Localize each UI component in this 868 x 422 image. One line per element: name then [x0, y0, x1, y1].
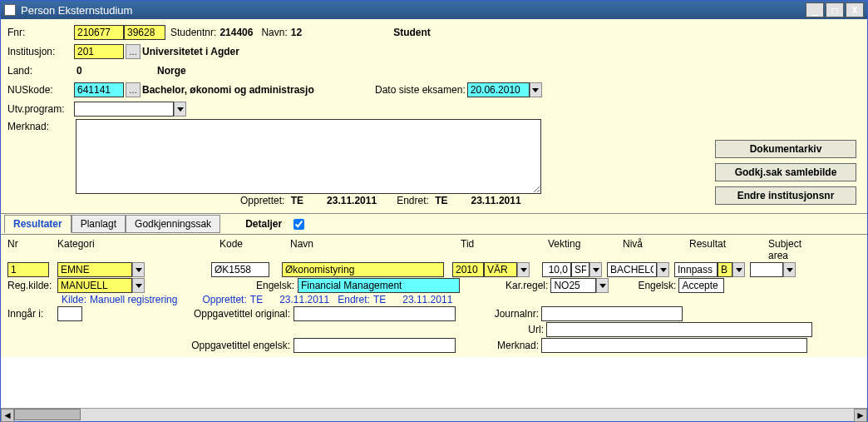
res-dropdown-button[interactable] [732, 262, 745, 277]
karregel-field[interactable] [550, 278, 596, 293]
url-label: Url: [494, 324, 544, 335]
scroll-track[interactable] [14, 409, 854, 421]
chevron-down-icon [136, 284, 142, 288]
res2-field[interactable] [718, 262, 732, 277]
detaljer-checkbox[interactable] [293, 219, 304, 230]
engelsk2-label: Engelsk: [638, 280, 676, 291]
land-kode: 0 [74, 65, 157, 77]
vekt-enhet-field[interactable] [571, 262, 589, 277]
kode-field[interactable] [211, 262, 269, 277]
karregel-label: Kar.regel: [506, 280, 548, 291]
inngar-field[interactable] [57, 306, 82, 321]
nuskode-field[interactable] [74, 82, 124, 97]
merknad2-label: Merknad: [489, 340, 539, 351]
navn-id: 12 [291, 27, 302, 38]
row-opprettet-label: Opprettet: [202, 294, 246, 305]
vekt-field[interactable] [542, 262, 571, 277]
journalnr-field[interactable] [541, 306, 683, 321]
navn-label: Navn: [261, 27, 287, 38]
window-title: Person Eksternstudium [21, 4, 804, 17]
hdr-tid: Tid [461, 238, 548, 261]
merknad-label: Merknad: [7, 119, 74, 132]
chevron-down-icon [787, 268, 793, 272]
dato-siste-label: Dato siste eksamen: [375, 84, 466, 96]
scroll-left-button[interactable]: ◄ [1, 409, 14, 422]
land-name: Norge [157, 65, 186, 77]
maximize-button[interactable]: □ [826, 2, 844, 17]
dato-siste-field[interactable] [467, 82, 530, 97]
hdr-nr: Nr [7, 238, 57, 261]
utvprogram-field[interactable] [74, 102, 174, 117]
merknad2-field[interactable] [541, 338, 807, 353]
regkilde-field[interactable] [57, 278, 132, 293]
navn-field[interactable] [282, 262, 444, 277]
inngar-label: Inngår i: [7, 308, 57, 320]
karregel-dropdown-button[interactable] [596, 278, 609, 293]
minimize-button[interactable]: _ [806, 2, 824, 17]
chevron-down-icon [736, 268, 742, 272]
chevron-down-icon [599, 284, 606, 288]
nuskode-lookup-button[interactable]: … [126, 82, 141, 97]
dokumentarkiv-button[interactable]: Dokumentarkiv [715, 140, 856, 158]
url-field[interactable] [546, 322, 812, 337]
institusjon-field[interactable] [74, 44, 124, 59]
subject-field[interactable] [750, 262, 783, 277]
tab-resultater[interactable]: Resultater [4, 215, 72, 233]
chevron-down-icon [177, 107, 184, 112]
journalnr-label: Journalnr: [489, 308, 539, 320]
chevron-down-icon [660, 268, 667, 272]
oppg-engelsk-field[interactable] [293, 338, 456, 353]
opprettet-date: 23.11.2011 [327, 195, 377, 206]
app-icon [4, 4, 16, 16]
nr-field[interactable] [7, 262, 49, 277]
fnr-field-1[interactable] [74, 25, 124, 40]
tab-godkjenningssak[interactable]: Godkjenningssak [126, 215, 220, 233]
sem-dropdown-button[interactable] [517, 262, 530, 277]
endret-by: TE [435, 195, 447, 206]
oppg-original-label: Oppgavetittel original: [182, 308, 290, 320]
close-button[interactable]: X [846, 2, 864, 17]
hdr-subject: Subject area [768, 238, 818, 261]
opprettet-by: TE [291, 195, 303, 206]
niva-dropdown-button[interactable] [657, 262, 669, 277]
res1-field[interactable] [674, 262, 718, 277]
regkilde-dropdown-button[interactable] [132, 278, 145, 293]
chevron-down-icon [593, 268, 599, 272]
nuskode-label: NUSkode: [7, 84, 74, 96]
ar-field[interactable] [452, 262, 484, 277]
merknad-textarea[interactable] [76, 119, 541, 194]
dato-siste-dropdown-button[interactable] [530, 82, 542, 97]
godkjsak-button[interactable]: Godkj.sak samlebilde [715, 163, 856, 181]
hdr-niva: Nivå [623, 238, 689, 261]
engelsk2-field[interactable] [678, 278, 724, 293]
vekt-dropdown-button[interactable] [589, 262, 602, 277]
sem-field[interactable] [484, 262, 517, 277]
scroll-right-button[interactable]: ► [854, 409, 867, 422]
row-endret-label: Endret: [338, 294, 370, 305]
kategori-dropdown-button[interactable] [132, 262, 145, 277]
endre-institusjonsnr-button[interactable]: Endre institusjonsnr [715, 186, 856, 205]
endret-date: 23.11.2011 [471, 195, 521, 206]
hdr-vekting: Vekting [548, 238, 623, 261]
fnr-label: Fnr: [7, 27, 74, 38]
tab-planlagt[interactable]: Planlagt [72, 215, 126, 233]
row-endret-date: 23.11.2011 [402, 294, 452, 305]
subject-dropdown-button[interactable] [783, 262, 796, 277]
kilde-text: Manuell registrering [90, 294, 177, 305]
row-opprettet-by: TE [250, 294, 263, 305]
utvprogram-dropdown-button[interactable] [174, 102, 186, 117]
studentnr-label: Studentnr: [170, 27, 216, 38]
niva-field[interactable] [607, 262, 657, 277]
titlebar: Person Eksternstudium _ □ X [1, 1, 867, 19]
fnr-field-2[interactable] [124, 25, 165, 40]
utvprogram-label: Utv.program: [7, 103, 74, 115]
institusjon-name: Universitetet i Agder [142, 46, 239, 57]
horizontal-scrollbar[interactable]: ◄ ► [1, 408, 867, 421]
chevron-down-icon [520, 268, 527, 272]
hdr-kategori: Kategori [57, 238, 219, 261]
engelsk-field[interactable] [298, 278, 460, 293]
kategori-field[interactable] [57, 262, 132, 277]
institusjon-lookup-button[interactable]: … [126, 44, 141, 59]
scroll-thumb[interactable] [14, 409, 81, 420]
oppg-original-field[interactable] [293, 306, 456, 321]
